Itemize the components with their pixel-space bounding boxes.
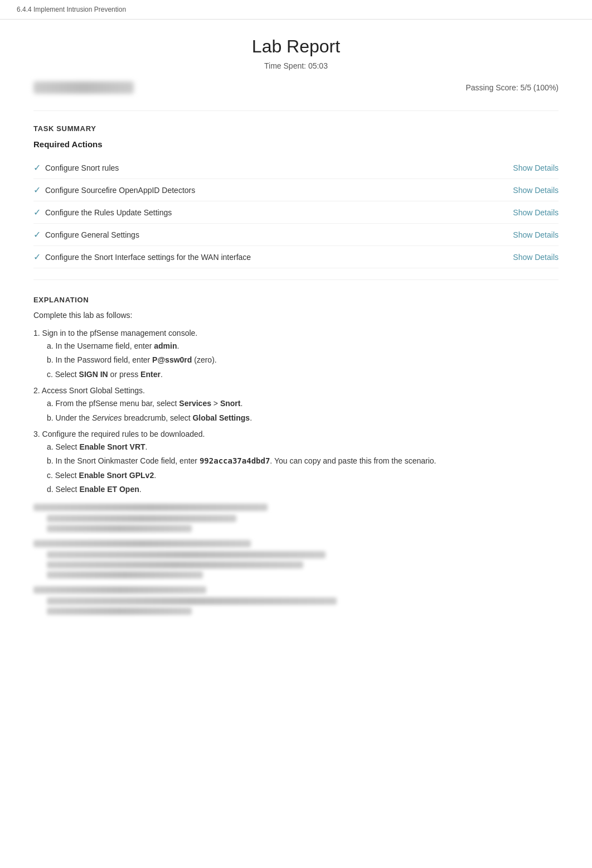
- step-1a: a. In the Username field, enter admin.: [47, 340, 559, 352]
- blurred-sub-line-5: [47, 571, 203, 578]
- blurred-sub-line-2: [47, 525, 192, 532]
- task-summary-title: TASK SUMMARY: [33, 124, 559, 133]
- explanation-title: EXPLANATION: [33, 296, 559, 304]
- task-item-3: ✓ Configure the Rules Update Settings Sh…: [33, 201, 559, 224]
- step-2: 2. Access Snort Global Settings. a. From…: [33, 386, 559, 424]
- breadcrumb: 6.4.4 Implement Intrusion Prevention: [17, 6, 126, 13]
- time-spent-label: Time Spent:: [264, 61, 306, 70]
- step-1c: c. Select SIGN IN or press Enter.: [47, 368, 559, 380]
- show-details-link-1[interactable]: Show Details: [513, 163, 559, 172]
- blurred-block-3: [33, 586, 559, 615]
- show-details-link-5[interactable]: Show Details: [513, 253, 559, 262]
- blurred-sub-line-1: [47, 515, 236, 522]
- step-1-text: Sign in to the pfSense management consol…: [42, 329, 198, 337]
- step-1c-bold2: Enter: [140, 370, 161, 379]
- explanation-intro: Complete this lab as follows:: [33, 311, 559, 320]
- top-bar: 6.4.4 Implement Intrusion Prevention: [0, 0, 592, 20]
- step-2b-bold: Global Settings: [192, 413, 250, 422]
- step-2-subs: a. From the pfSense menu bar, select Ser…: [33, 397, 559, 424]
- task-item-4: ✓ Configure General Settings Show Detail…: [33, 224, 559, 246]
- step-2-number: 2.: [33, 386, 42, 395]
- step-1-number: 1.: [33, 329, 42, 337]
- passing-score: Passing Score: 5/5 (100%): [465, 83, 559, 92]
- task-item-1: ✓ Configure Snort rules Show Details: [33, 157, 559, 179]
- blurred-sub-line-4: [47, 561, 303, 568]
- required-actions-title: Required Actions: [33, 139, 559, 149]
- step-3a-bold: Enable Snort VRT: [79, 442, 145, 451]
- step-3d-bold: Enable ET Open: [79, 485, 139, 494]
- step-1: 1. Sign in to the pfSense management con…: [33, 329, 559, 380]
- step-1a-bold: admin: [154, 341, 177, 350]
- step-3b: b. In the Snort Oinkmaster Code field, e…: [47, 455, 559, 467]
- passing-score-value: 5/5 (100%): [521, 83, 559, 92]
- step-1-header: 1. Sign in to the pfSense management con…: [33, 329, 559, 337]
- steps-list: 1. Sign in to the pfSense management con…: [33, 329, 559, 496]
- task-label-2: Configure Sourcefire OpenAppID Detectors: [45, 186, 508, 195]
- blurred-sub-3: [33, 597, 559, 615]
- blurred-line-2: [33, 540, 251, 547]
- task-label-1: Configure Snort rules: [45, 163, 508, 172]
- blurred-line-3: [33, 586, 206, 594]
- step-3c: c. Select Enable Snort GPLv2.: [47, 469, 559, 481]
- divider-2: [33, 279, 559, 280]
- step-3a: a. Select Enable Snort VRT.: [47, 441, 559, 453]
- step-2a-bold1: Services: [179, 399, 211, 408]
- task-item-2: ✓ Configure Sourcefire OpenAppID Detecto…: [33, 179, 559, 201]
- page-title: Lab Report: [33, 36, 559, 57]
- step-2b-italic: Services: [92, 413, 122, 422]
- blurred-user-info: [33, 81, 134, 94]
- check-icon-1: ✓: [33, 162, 41, 173]
- explanation-section: EXPLANATION Complete this lab as follows…: [33, 296, 559, 615]
- time-spent-value: 05:03: [308, 61, 328, 70]
- check-icon-2: ✓: [33, 185, 41, 195]
- step-1b-bold: P@ssw0rd: [152, 355, 192, 364]
- step-2a: a. From the pfSense menu bar, select Ser…: [47, 397, 559, 409]
- check-icon-4: ✓: [33, 229, 41, 240]
- blurred-sub-2: [33, 551, 559, 578]
- task-item-5: ✓ Configure the Snort Interface settings…: [33, 246, 559, 268]
- step-3-header: 3. Configure the required rules to be do…: [33, 430, 559, 438]
- task-label-4: Configure General Settings: [45, 230, 508, 239]
- step-2-header: 2. Access Snort Global Settings.: [33, 386, 559, 395]
- step-3-subs: a. Select Enable Snort VRT. b. In the Sn…: [33, 441, 559, 496]
- check-icon-3: ✓: [33, 207, 41, 218]
- show-details-link-2[interactable]: Show Details: [513, 186, 559, 195]
- score-row: Passing Score: 5/5 (100%): [33, 81, 559, 99]
- step-2-text: Access Snort Global Settings.: [42, 386, 145, 395]
- blurred-sub-1: [33, 515, 559, 532]
- blurred-line-1: [33, 504, 268, 511]
- step-1b: b. In the Password field, enter P@ssw0rd…: [47, 354, 559, 366]
- step-3: 3. Configure the required rules to be do…: [33, 430, 559, 496]
- blurred-block-1: [33, 504, 559, 532]
- task-list: ✓ Configure Snort rules Show Details ✓ C…: [33, 157, 559, 268]
- blurred-sub-line-3: [47, 551, 326, 558]
- main-content: Lab Report Time Spent: 05:03 Passing Sco…: [0, 20, 592, 645]
- step-1c-bold1: SIGN IN: [79, 370, 108, 379]
- show-details-link-4[interactable]: Show Details: [513, 230, 559, 239]
- task-label-5: Configure the Snort Interface settings f…: [45, 253, 508, 262]
- blurred-block-2: [33, 540, 559, 578]
- blurred-sub-line-7: [47, 607, 192, 615]
- blurred-sub-line-6: [47, 597, 337, 605]
- step-3c-bold: Enable Snort GPLv2: [79, 471, 154, 480]
- passing-score-label: Passing Score:: [465, 83, 518, 92]
- step-1-subs: a. In the Username field, enter admin. b…: [33, 340, 559, 380]
- step-2b: b. Under the Services breadcrumb, select…: [47, 412, 559, 424]
- step-3-text: Configure the required rules to be downl…: [42, 430, 205, 438]
- check-icon-5: ✓: [33, 252, 41, 262]
- show-details-link-3[interactable]: Show Details: [513, 208, 559, 217]
- step-3-number: 3.: [33, 430, 42, 438]
- step-2a-bold2: Snort: [220, 399, 241, 408]
- time-spent: Time Spent: 05:03: [33, 61, 559, 70]
- divider-1: [33, 110, 559, 111]
- step-3b-bold: 992acca37a4dbd7: [200, 456, 270, 465]
- step-3d: d. Select Enable ET Open.: [47, 483, 559, 495]
- task-label-3: Configure the Rules Update Settings: [45, 208, 508, 217]
